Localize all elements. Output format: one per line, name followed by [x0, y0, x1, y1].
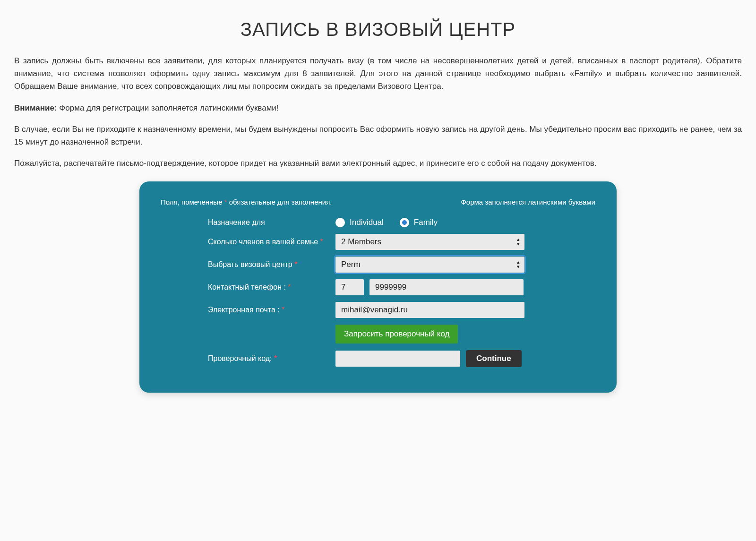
radio-family[interactable] [400, 218, 409, 227]
intro-p1: В запись должны быть включены все заявит… [14, 54, 742, 93]
label-verify-text: Проверочный код: [208, 354, 274, 362]
required-note-pre: Поля, помеченные [161, 198, 224, 206]
attention-text: Форма для регистрации заполняется латинс… [57, 103, 279, 112]
label-members-text: Сколько членов в вашей семье [208, 238, 320, 246]
intro-p4: Пожалуйста, распечатайте письмо-подтверж… [14, 157, 742, 170]
email-input[interactable] [335, 302, 524, 318]
radio-individual-label: Individual [350, 218, 384, 227]
label-appointment-for: Назначение для [208, 218, 335, 227]
label-phone-text: Контактный телефон : [208, 283, 288, 291]
chevron-updown-icon: ▴▾ [517, 259, 520, 269]
asterisk-icon: * [320, 238, 323, 246]
asterisk-icon: * [288, 283, 291, 291]
intro-attention: Внимание: Форма для регистрации заполняе… [14, 102, 742, 114]
asterisk-icon: * [282, 306, 284, 314]
label-members-count: Сколько членов в вашей семье * [208, 238, 335, 246]
radio-family-label: Family [414, 218, 438, 227]
select-visa-center[interactable]: Perm ▴▾ [335, 257, 524, 273]
chevron-updown-icon: ▴▾ [517, 237, 520, 246]
select-visa-value: Perm [341, 260, 361, 269]
label-email: Электронная почта : * [208, 306, 335, 314]
label-visa-center: Выбрать визовый центр * [208, 260, 335, 269]
label-verify-code: Проверочный код: * [208, 354, 335, 363]
label-email-text: Электронная почта : [208, 306, 282, 314]
attention-label: Внимание: [14, 103, 57, 112]
continue-button[interactable]: Continue [466, 350, 522, 367]
intro-p3: В случае, если Вы не приходите к назначе… [14, 123, 742, 148]
required-note-post: обязательные для заполнения. [227, 198, 332, 206]
label-visa-text: Выбрать визовый центр [208, 260, 294, 268]
select-members-value: 2 Members [341, 237, 381, 247]
phone-country-code-input[interactable] [335, 279, 364, 295]
asterisk-icon: * [294, 260, 297, 268]
verification-code-input[interactable] [335, 351, 460, 367]
select-members[interactable]: 2 Members ▴▾ [335, 234, 524, 250]
asterisk-icon: * [274, 354, 277, 362]
required-fields-note: Поля, помеченные * обязательные для запо… [161, 198, 332, 206]
page-title: ЗАПИСЬ В ВИЗОВЫЙ ЦЕНТР [14, 19, 742, 40]
intro-text: В запись должны быть включены все заявит… [14, 54, 742, 170]
latin-note: Форма заполняется латинскими буквами [461, 198, 595, 206]
request-code-button[interactable]: Запросить проверочный код [335, 325, 458, 343]
radio-individual[interactable] [335, 218, 345, 227]
appointment-form: Поля, помеченные * обязательные для запо… [139, 181, 617, 393]
phone-number-input[interactable] [369, 279, 524, 295]
label-phone: Контактный телефон : * [208, 283, 335, 292]
